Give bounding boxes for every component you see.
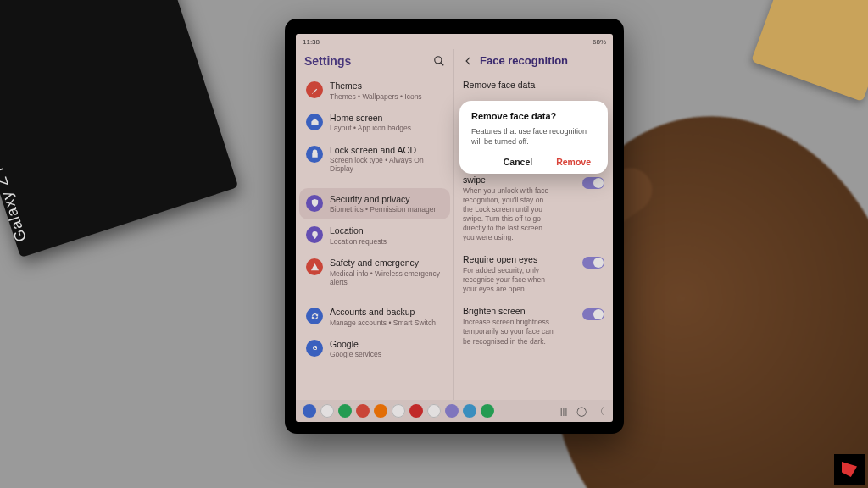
settings-item-security-and-privacy[interactable]: Security and privacyBiometrics • Permiss…	[299, 188, 450, 220]
device-screen: 11:38 68% Settings ThemesThemes • Wallpa…	[296, 34, 613, 422]
dialog-title: Remove face data?	[471, 111, 596, 121]
settings-item-title: Themes	[330, 80, 422, 92]
settings-item-sub: Medical info • Wireless emergency alerts	[330, 269, 443, 286]
taskbar-app-10[interactable]	[481, 404, 494, 418]
status-bar: 11:38 68%	[296, 34, 613, 49]
svg-text:G: G	[312, 344, 317, 352]
settings-item-home-screen[interactable]: Home screenLayout • App icon badges	[299, 107, 450, 139]
detail-row-sub: When you unlock with face recognition, y…	[463, 186, 582, 242]
settings-pane: Settings ThemesThemes • Wallpapers • Ico…	[296, 49, 454, 400]
settings-item-sub: Google services	[330, 350, 381, 358]
detail-row-require-open-eyes[interactable]: Require open eyesFor added security, onl…	[463, 248, 604, 300]
detail-row-title: swipe	[463, 175, 582, 185]
settings-item-sub: Layout • App icon badges	[330, 124, 411, 132]
svg-line-1	[441, 63, 444, 66]
alert-icon	[306, 258, 323, 275]
sync-icon	[306, 308, 323, 324]
detail-pane: Face recognition Remove face data? Featu…	[454, 49, 613, 400]
foldable-device: 11:38 68% Settings ThemesThemes • Wallpa…	[285, 19, 624, 434]
toggle-switch[interactable]	[582, 308, 604, 320]
detail-row-sub: Increase screen brightness temporarily s…	[463, 318, 582, 346]
settings-item-sub: Manage accounts • Smart Switch	[330, 319, 436, 327]
confirm-dialog: Remove face data? Features that use face…	[459, 101, 608, 174]
settings-item-title: Lock screen and AOD	[330, 145, 443, 156]
nav-home-icon[interactable]: ◯	[575, 406, 588, 417]
detail-row-sub: For added security, only recognise your …	[463, 266, 582, 294]
detail-row-swipe[interactable]: swipeWhen you unlock with face recogniti…	[463, 169, 604, 248]
nav-recents-icon[interactable]: |||	[557, 406, 570, 416]
search-icon[interactable]	[433, 55, 445, 67]
settings-item-accounts-and-backup[interactable]: Accounts and backupManage accounts • Sma…	[299, 301, 450, 333]
brush-icon	[306, 81, 323, 98]
taskbar-app-8[interactable]	[445, 404, 459, 418]
detail-row-remove-face-data[interactable]: Remove face data	[463, 74, 604, 96]
settings-title: Settings	[304, 54, 428, 68]
settings-item-sub: Screen lock type • Always On Display	[330, 156, 443, 173]
settings-item-google[interactable]: GGoogleGoogle services	[299, 333, 450, 365]
detail-row-title: Require open eyes	[463, 254, 582, 264]
pin-icon	[306, 226, 323, 243]
settings-item-title: Accounts and backup	[330, 307, 436, 318]
wood-block-prop	[751, 0, 868, 102]
taskbar: ||| ◯ 〈	[296, 400, 613, 422]
nav-back-icon[interactable]: 〈	[593, 405, 606, 418]
settings-item-title: Google	[330, 339, 381, 350]
settings-item-lock-screen-and-aod[interactable]: Lock screen and AODScreen lock type • Al…	[299, 139, 450, 180]
home-icon	[306, 114, 323, 130]
settings-item-title: Safety and emergency	[330, 258, 443, 269]
channel-logo	[834, 454, 865, 485]
settings-item-title: Home screen	[330, 113, 411, 124]
settings-item-sub: Biometrics • Permission manager	[330, 205, 436, 214]
toggle-switch[interactable]	[582, 257, 604, 269]
taskbar-app-0[interactable]	[303, 404, 316, 418]
settings-item-themes[interactable]: ThemesThemes • Wallpapers • Icons	[299, 75, 450, 107]
settings-item-sub: Themes • Wallpapers • Icons	[330, 92, 422, 101]
remove-button[interactable]: Remove	[556, 157, 591, 167]
taskbar-app-6[interactable]	[409, 404, 423, 418]
status-battery: 68%	[593, 38, 606, 46]
taskbar-app-2[interactable]	[338, 404, 352, 418]
settings-item-title: Location	[330, 225, 387, 236]
detail-body: Remove face data? Features that use face…	[454, 74, 613, 400]
taskbar-app-1[interactable]	[320, 404, 334, 418]
taskbar-app-9[interactable]	[463, 404, 476, 418]
detail-row-title: Brighten screen	[463, 306, 582, 316]
taskbar-app-7[interactable]	[427, 404, 441, 418]
detail-row-title: Remove face data	[463, 80, 604, 90]
g-icon: G	[306, 340, 323, 357]
back-icon[interactable]	[463, 55, 475, 67]
settings-list: ThemesThemes • Wallpapers • IconsHome sc…	[296, 75, 453, 400]
taskbar-app-5[interactable]	[392, 404, 405, 418]
product-box-label: Galaxy Z Fold6	[0, 129, 31, 244]
lock-icon	[306, 146, 323, 163]
detail-title: Face recognition	[480, 54, 568, 67]
product-box-prop: Galaxy Z Fold6	[0, 0, 238, 258]
settings-item-sub: Location requests	[330, 237, 387, 246]
detail-row-brighten-screen[interactable]: Brighten screenIncrease screen brightnes…	[463, 300, 604, 352]
taskbar-app-4[interactable]	[374, 404, 387, 418]
taskbar-app-3[interactable]	[356, 404, 370, 418]
cancel-button[interactable]: Cancel	[504, 157, 532, 167]
settings-item-title: Security and privacy	[330, 194, 436, 205]
dialog-body: Features that use face recognition will …	[471, 126, 596, 147]
status-time: 11:38	[303, 38, 320, 46]
settings-item-safety-and-emergency[interactable]: Safety and emergencyMedical info • Wirel…	[299, 252, 450, 292]
svg-point-0	[435, 57, 442, 64]
shield-icon	[306, 195, 323, 212]
toggle-switch[interactable]	[582, 177, 604, 189]
settings-item-location[interactable]: LocationLocation requests	[299, 219, 450, 252]
